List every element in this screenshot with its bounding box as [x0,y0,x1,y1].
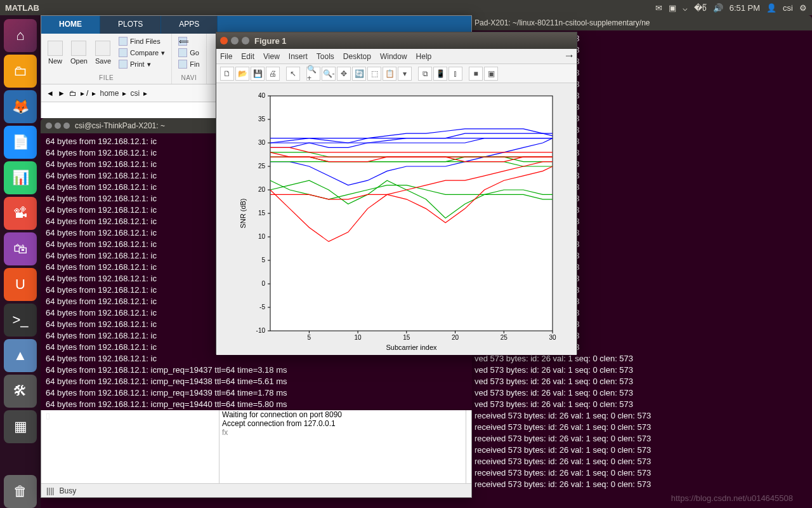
tab-plots[interactable]: PLOTS [100,16,161,34]
svg-text:40: 40 [258,92,266,99]
figure-tool-13[interactable]: 📱 [433,67,447,81]
figure-tool-8[interactable]: 🔄 [352,67,366,81]
print-button[interactable]: Print▾ [116,59,167,69]
tab-home[interactable]: HOME [41,16,100,34]
figure-menu-tools[interactable]: Tools [317,52,334,61]
figure-title: Figure 1 [254,36,287,46]
svg-text:15: 15 [403,334,410,341]
svg-text:5: 5 [261,257,265,264]
new-button[interactable]: New [45,39,65,66]
plot-svg: -10-5051015202530354051015202530Subcarri… [235,90,565,350]
figure-tool-10[interactable]: 📋 [383,67,396,81]
launcher-settings[interactable]: 🛠 [4,375,37,408]
figure-tool-6[interactable]: 🔍- [322,67,336,81]
launcher-terminal[interactable]: >_ [4,304,37,337]
svg-text:Subcarrier index: Subcarrier index [386,344,437,350]
volume-icon[interactable]: 🔊 [713,3,723,13]
terminal-right-title: Pad-X201: ~/linux-80211n-csitool-supplem… [475,17,650,29]
matlab-status-bar: |||| Busy [41,483,471,497]
battery-icon[interactable]: ▣ [669,3,676,13]
figure-tool-2[interactable]: 💾 [251,67,265,81]
close-icon[interactable] [220,37,228,44]
fx-prompt: fx [222,428,463,437]
svg-text:20: 20 [452,334,459,341]
figure-menu-help[interactable]: Help [416,52,432,61]
svg-text:5: 5 [308,334,311,341]
figure-tool-11[interactable]: ▾ [398,67,412,81]
maximize-icon[interactable] [242,37,249,44]
figure-canvas: -10-5051015202530354051015202530Subcarri… [216,83,577,355]
figure-tool-0[interactable]: 🗋 [220,67,234,81]
minimize-icon[interactable] [231,37,239,44]
figure-tool-14[interactable]: ⫿ [449,67,462,81]
launcher-impress[interactable]: 📽 [4,197,37,230]
svg-text:35: 35 [258,116,266,123]
figure-tool-16[interactable]: ▣ [484,67,498,81]
nav-back-icon[interactable]: ◄ [46,89,54,98]
find-button[interactable]: Fin [176,59,202,69]
nav-fwd-icon[interactable]: ► [58,89,65,98]
svg-text:10: 10 [258,233,266,240]
svg-text:25: 25 [258,163,266,170]
status-text: Busy [59,486,76,495]
unity-launcher: ⌂ 🗀 🦊 📄 📊 📽 🛍 U >_ ▲ 🛠 ▦ 🗑 [0,15,41,508]
figure-titlebar[interactable]: Figure 1 [216,32,577,49]
back-button[interactable]: ⟸ [176,36,190,46]
svg-text:30: 30 [258,139,266,146]
figure-window: Figure 1 FileEditViewInsertToolsDesktopW… [216,32,577,354]
svg-rect-0 [270,96,553,331]
figure-menu-insert[interactable]: Insert [289,52,308,61]
launcher-software[interactable]: 🛍 [4,232,37,265]
launcher-trash[interactable]: 🗑 [4,475,37,508]
launcher-dash[interactable]: ⌂ [4,19,37,52]
svg-text:SNR (dB): SNR (dB) [239,198,247,228]
figure-tool-1[interactable]: 📂 [235,67,249,81]
figure-menu-window[interactable]: Window [380,52,407,61]
launcher-workspaces[interactable]: ▦ [4,410,37,443]
figure-menu-desktop[interactable]: Desktop [343,52,371,61]
tab-apps[interactable]: APPS [161,16,218,34]
clock[interactable]: 6:51 PM [730,3,760,13]
launcher-writer[interactable]: 📄 [4,126,37,159]
figure-tool-7[interactable]: ✥ [337,67,351,81]
bluetooth-icon[interactable]: ⌵ [683,3,688,13]
svg-text:0: 0 [261,280,265,287]
figure-tool-3[interactable]: 🖨 [266,67,280,81]
launcher-ubuntu[interactable]: U [4,268,37,301]
find-files-button[interactable]: Find Files [116,36,167,46]
wifi-icon[interactable]: �წ [694,3,707,13]
user-name[interactable]: csi [783,3,793,13]
launcher-files[interactable]: 🗀 [4,55,37,88]
svg-text:25: 25 [501,334,508,341]
launcher-calc[interactable]: 📊 [4,161,37,194]
figure-tool-15[interactable]: ■ [469,67,483,81]
matlab-ribbon-tabs: HOME PLOTS APPS [41,16,471,34]
svg-text:-5: -5 [259,304,265,311]
terminal-left-title: csi@csi-ThinkPad-X201: ~ [75,120,165,131]
figure-tool-4[interactable]: ↖ [286,67,300,81]
svg-text:30: 30 [549,334,556,341]
figure-menu-view[interactable]: View [263,52,280,61]
figure-tool-5[interactable]: 🔍+ [306,67,320,81]
figure-tool-9[interactable]: ⬚ [367,67,381,81]
gear-icon[interactable]: ⚙ [799,3,807,13]
figure-menu-overflow[interactable]: ⭢ [565,52,573,61]
folder-icon: 🗀 [69,89,77,98]
active-app-title: MATLAB [5,3,39,13]
launcher-firefox[interactable]: 🦊 [4,90,37,123]
save-button[interactable]: Save [93,39,114,66]
svg-text:10: 10 [355,334,362,341]
busy-indicator: |||| [46,486,54,495]
user-icon[interactable]: 👤 [766,3,776,13]
open-button[interactable]: Open [68,39,90,66]
svg-text:-10: -10 [256,327,266,334]
goto-button[interactable]: Go [176,48,202,58]
compare-button[interactable]: Compare▾ [116,48,167,58]
figure-menu-file[interactable]: File [220,52,232,61]
launcher-matlab[interactable]: ▲ [4,339,37,372]
svg-text:20: 20 [258,186,266,193]
mail-icon[interactable]: ✉ [655,3,662,13]
figure-menu-edit[interactable]: Edit [241,52,254,61]
figure-toolbar: 🗋📂💾🖨↖🔍+🔍-✥🔄⬚📋▾⧉📱⫿■▣ [216,64,577,83]
figure-tool-12[interactable]: ⧉ [418,67,432,81]
